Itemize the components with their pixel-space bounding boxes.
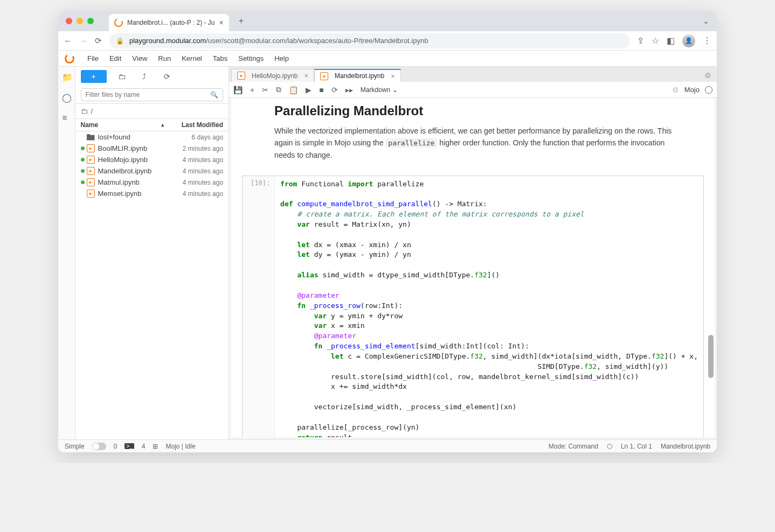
notebook-content[interactable]: Parallelizing Mandelbrot While the vecto… [231, 98, 715, 437]
kernel-status-icon[interactable] [705, 86, 712, 94]
file-item-notebook[interactable]: Matmul.ipynb 4 minutes ago [75, 177, 229, 188]
breadcrumb[interactable]: 🗀 / [75, 103, 229, 119]
bookmark-icon[interactable]: ☆ [652, 36, 659, 46]
browser-tab-active[interactable]: Mandelbrot.i... (auto-P : 2) - Ju × [109, 14, 229, 31]
file-name: HelloMojo.ipynb [98, 156, 183, 164]
chrome-expand-icon[interactable]: ⌄ [703, 17, 709, 25]
window-minimize-button[interactable] [77, 18, 83, 24]
breadcrumb-path: / [91, 107, 93, 115]
running-kernels-icon[interactable]: ◯ [62, 93, 71, 101]
file-name: BoolMLIR.ipynb [98, 144, 183, 152]
file-browser-icon[interactable]: 📁 [62, 72, 71, 81]
filename-status: Mandelbrot.ipynb [661, 443, 710, 450]
url-path: /user/scott@modular.com/lab/workspaces/a… [206, 37, 428, 45]
file-name: Matmul.ipynb [98, 178, 183, 186]
header-modified[interactable]: Last Modified [169, 121, 223, 129]
new-tab-button[interactable]: + [239, 16, 244, 26]
run-icon[interactable]: ▶ [306, 86, 312, 94]
running-dot [81, 158, 85, 162]
kernel-status-text: Mojo | Idle [165, 443, 195, 450]
running-dot [81, 169, 85, 173]
chrome-menu-icon[interactable]: ⋮ [703, 36, 711, 46]
cell-type-dropdown[interactable]: Markdown ⌄ [361, 86, 398, 94]
menu-settings[interactable]: Settings [238, 54, 264, 62]
menu-help[interactable]: Help [274, 54, 289, 62]
file-item-notebook[interactable]: BoolMLIR.ipynb 2 minutes ago [75, 143, 229, 154]
menu-kernel[interactable]: Kernel [182, 54, 202, 62]
code-cell[interactable]: [10]: from Functional import parallelize… [242, 176, 704, 437]
nav-reload-button[interactable]: ⟳ [95, 36, 102, 46]
new-launcher-button[interactable]: + [81, 70, 107, 83]
file-filter-input[interactable]: Filter files by name 🔍 [81, 88, 224, 101]
document-tab-hellomojo[interactable]: HelloMojo.ipynb × [231, 69, 314, 82]
jupyter-menu-bar: File Edit View Run Kernel Tabs Settings … [58, 51, 717, 67]
file-item-notebook[interactable]: HelloMojo.ipynb 4 minutes ago [75, 154, 229, 165]
mode-status: Mode: Command [549, 443, 598, 450]
side-panel-icon[interactable]: ◧ [667, 36, 675, 46]
add-cell-icon[interactable]: + [250, 86, 254, 94]
cpu-icon[interactable]: ⊞ [153, 443, 158, 450]
menu-edit[interactable]: Edit [109, 54, 121, 62]
file-item-notebook[interactable]: Memset.ipynb 4 minutes ago [75, 188, 229, 199]
jupyter-logo-icon [64, 53, 75, 64]
browser-tab-title: Mandelbrot.i... (auto-P : 2) - Ju [127, 19, 215, 26]
stop-icon[interactable]: ■ [319, 86, 323, 94]
scrollbar-thumb[interactable] [708, 335, 714, 378]
menu-file[interactable]: File [87, 54, 99, 62]
new-folder-icon[interactable]: 🗀 [114, 72, 129, 81]
search-icon: 🔍 [210, 91, 218, 99]
property-inspector-icon[interactable]: ⚙ [704, 71, 711, 80]
execution-prompt: [10]: [243, 176, 275, 437]
file-name: Mandelbrot.ipynb [98, 167, 183, 175]
menu-view[interactable]: View [132, 54, 147, 62]
status-zero: 0 [114, 443, 117, 450]
tab-label: Mandelbrot.ipynb [335, 72, 384, 80]
menu-tabs[interactable]: Tabs [213, 54, 227, 62]
nav-forward-button[interactable]: → [79, 36, 87, 45]
copy-icon[interactable]: ⧉ [276, 85, 281, 94]
status-bar: Simple 0 >_ 4 ⊞ Mojo | Idle Mode: Comman… [58, 439, 717, 452]
menu-run[interactable]: Run [158, 54, 171, 62]
activity-bar: 📁 ◯ ≡ [58, 67, 75, 439]
chrome-actions: ⇪ ☆ ◧ 👤 ⋮ [637, 34, 711, 47]
header-name[interactable]: Name [81, 121, 99, 129]
filter-placeholder: Filter files by name [86, 91, 140, 99]
window-maximize-button[interactable] [87, 18, 94, 24]
document-tab-mandelbrot[interactable]: Mandelbrot.ipynb × [314, 69, 401, 82]
code-editor[interactable]: from Functional import parallelize def c… [275, 176, 703, 437]
tab-label: HelloMojo.ipynb [252, 72, 297, 80]
table-of-contents-icon[interactable]: ≡ [62, 113, 71, 122]
debugger-icon[interactable]: ⚙ [672, 86, 679, 94]
jupyter-body: 📁 ◯ ≡ + 🗀 ⤴ ⟳ Filter files by name 🔍 🗀 / [58, 67, 717, 439]
upload-icon[interactable]: ⤴ [137, 72, 152, 81]
share-icon[interactable]: ⇪ [637, 36, 644, 46]
close-tab-icon[interactable]: × [305, 72, 309, 80]
cut-icon[interactable]: ✂ [262, 86, 268, 94]
cursor-position: Ln 1, Col 1 [621, 443, 652, 450]
running-dot [81, 146, 85, 150]
profile-avatar[interactable]: 👤 [682, 34, 695, 47]
trust-icon[interactable]: ⬡ [607, 443, 612, 450]
markdown-paragraph: While the vectorized implementation abov… [274, 125, 677, 162]
url-bar[interactable]: 🔒 playground.modular.com/user/scott@modu… [109, 33, 629, 48]
simple-mode-toggle[interactable] [92, 443, 106, 450]
nav-back-button[interactable]: ← [64, 36, 72, 45]
notebook-icon [87, 190, 95, 198]
window-close-button[interactable] [66, 18, 72, 24]
file-item-notebook[interactable]: Mandelbrot.ipynb 4 minutes ago [75, 165, 229, 177]
sort-asc-icon[interactable]: ▲ [160, 122, 165, 128]
file-browser-panel: + 🗀 ⤴ ⟳ Filter files by name 🔍 🗀 / Name … [75, 67, 230, 439]
paste-icon[interactable]: 📋 [289, 86, 298, 94]
run-all-icon[interactable]: ▸▸ [345, 86, 353, 94]
markdown-cell[interactable]: Parallelizing Mandelbrot While the vecto… [242, 103, 704, 172]
close-tab-icon[interactable]: × [219, 18, 224, 27]
kernel-name[interactable]: Mojo [684, 86, 700, 94]
terminal-icon[interactable]: >_ [124, 443, 134, 449]
file-modified: 6 days ago [191, 134, 223, 141]
simple-mode-label: Simple [65, 443, 85, 450]
save-icon[interactable]: 💾 [233, 86, 243, 94]
file-item-folder[interactable]: lost+found 6 days ago [75, 131, 229, 143]
refresh-icon[interactable]: ⟳ [160, 72, 175, 81]
restart-icon[interactable]: ⟳ [331, 86, 338, 94]
close-tab-icon[interactable]: × [391, 72, 395, 80]
